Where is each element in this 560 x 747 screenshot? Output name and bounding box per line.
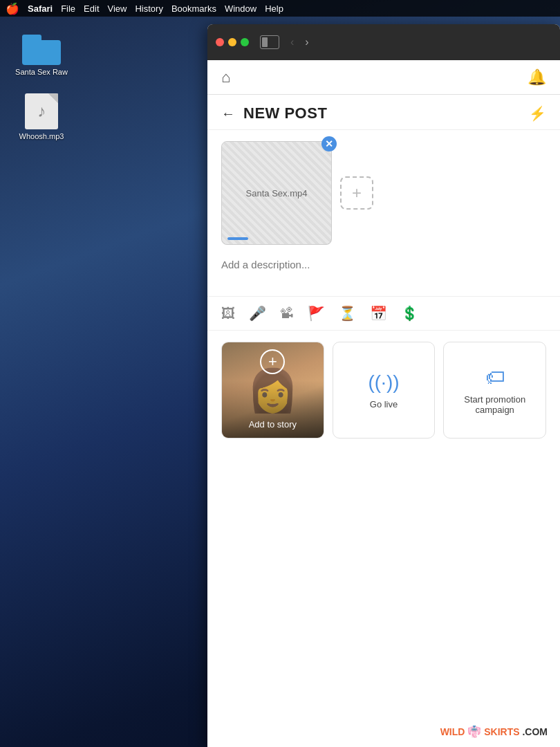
add-to-story-card[interactable]: 👩 + Add to story — [221, 342, 324, 439]
menu-bookmarks[interactable]: Bookmarks — [171, 3, 216, 14]
menu-help[interactable]: Help — [265, 3, 283, 14]
home-icon[interactable]: ⌂ — [221, 68, 230, 86]
watermark-skirts: SKIRTS — [484, 726, 519, 737]
dollar-icon[interactable]: 💲 — [401, 305, 418, 322]
watermark-dotcom: .COM — [522, 726, 548, 737]
browser-window: ‹ › ⌂ 🔔 ← NEW POST ⚡ ✕ Santa Sex.mp4 — [207, 24, 560, 747]
post-toolbar: 🖼 🎤 📽 🚩 ⏳ 📅 💲 — [207, 297, 560, 331]
watermark: WILD 👘 SKIRTS .COM — [435, 723, 553, 740]
forward-nav-button[interactable]: › — [302, 35, 311, 50]
upload-progress-bar — [227, 237, 248, 240]
flag-icon[interactable]: 🚩 — [308, 305, 325, 322]
actions-section: 👩 + Add to story ((·)) Go live 🏷 Start p… — [207, 331, 560, 450]
media-filename-label: Santa Sex.mp4 — [243, 185, 310, 201]
story-add-button[interactable]: + — [260, 349, 285, 374]
watermark-wild: WILD — [440, 726, 465, 737]
calendar-icon[interactable]: 📅 — [370, 305, 387, 322]
lightning-icon: ⚡ — [529, 105, 546, 122]
menu-safari[interactable]: Safari — [28, 3, 53, 14]
story-label: Add to story — [222, 419, 324, 430]
watermark-icon: 👘 — [467, 725, 481, 738]
maximize-button[interactable] — [241, 38, 249, 46]
browser-chrome: ‹ › — [207, 24, 560, 60]
menu-edit[interactable]: Edit — [84, 3, 99, 14]
start-promotion-card[interactable]: 🏷 Start promotion campaign — [443, 342, 546, 439]
mp3-corner — [48, 93, 58, 103]
menu-file[interactable]: File — [61, 3, 75, 14]
folder-label: Santa Sex Raw — [15, 68, 68, 77]
mp3-label: Whoosh.mp3 — [19, 132, 64, 141]
live-icon: ((·)) — [368, 371, 399, 394]
notification-icon[interactable]: 🔔 — [528, 68, 546, 86]
remove-media-button[interactable]: ✕ — [321, 136, 337, 151]
go-live-label: Go live — [370, 399, 398, 409]
menu-history[interactable]: History — [135, 3, 162, 14]
back-nav-button[interactable]: ‹ — [288, 35, 297, 50]
post-header: ← NEW POST ⚡ — [207, 95, 560, 130]
sidebar-toggle[interactable] — [260, 35, 279, 49]
media-section: ✕ Santa Sex.mp4 + — [207, 130, 560, 256]
media-preview: Santa Sex.mp4 — [222, 142, 331, 244]
go-live-card[interactable]: ((·)) Go live — [333, 342, 436, 439]
app-content: ⌂ 🔔 ← NEW POST ⚡ ✕ Santa Sex.mp4 + — [207, 60, 560, 747]
gif-icon[interactable]: 📽 — [280, 306, 294, 322]
promotion-label: Start promotion campaign — [452, 394, 537, 415]
menu-bar: 🍎 Safari File Edit View History Bookmark… — [0, 0, 560, 17]
folder-icon — [22, 35, 61, 65]
app-navbar: ⌂ 🔔 — [207, 60, 560, 95]
description-area[interactable] — [207, 256, 560, 297]
close-button[interactable] — [216, 38, 224, 46]
desktop-icon-folder[interactable]: Santa Sex Raw — [14, 35, 69, 77]
minimize-button[interactable] — [228, 38, 236, 46]
back-button[interactable]: ← — [221, 106, 235, 122]
media-thumbnail[interactable]: ✕ Santa Sex.mp4 — [221, 141, 332, 245]
menu-window[interactable]: Window — [225, 3, 256, 14]
image-icon[interactable]: 🖼 — [221, 306, 235, 322]
mp3-file-icon — [25, 93, 58, 129]
post-title: NEW POST — [243, 104, 327, 122]
sidebar-toggle-inner — [262, 37, 268, 47]
traffic-lights — [216, 38, 249, 46]
hourglass-icon[interactable]: ⏳ — [339, 305, 356, 322]
microphone-icon[interactable]: 🎤 — [249, 305, 266, 322]
add-media-button[interactable]: + — [340, 176, 373, 210]
menu-view[interactable]: View — [108, 3, 127, 14]
post-area: ← NEW POST ⚡ ✕ Santa Sex.mp4 + — [207, 95, 560, 747]
apple-menu[interactable]: 🍎 — [6, 2, 19, 15]
description-input[interactable] — [221, 259, 546, 282]
desktop-icons: Santa Sex Raw Whoosh.mp3 — [14, 35, 69, 141]
desktop-icon-mp3[interactable]: Whoosh.mp3 — [14, 93, 69, 141]
promotion-icon: 🏷 — [485, 366, 505, 389]
folder-body — [22, 40, 61, 65]
